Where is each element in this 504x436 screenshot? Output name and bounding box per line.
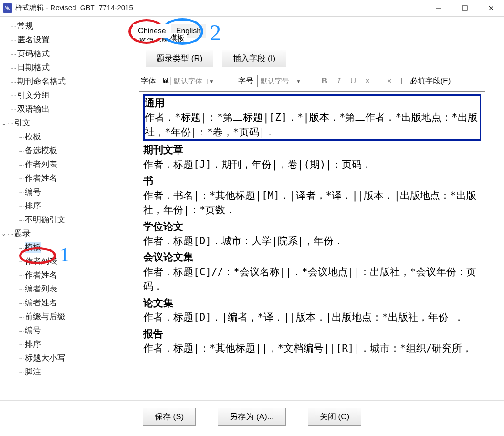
template-body: 作者．标题[C]//：*会议名称||．*会议地点||：出版社，*会议年份：页码．: [143, 265, 481, 294]
bold-button[interactable]: B: [319, 76, 330, 86]
sidebar-item[interactable]: ····排序: [0, 199, 118, 213]
close-button[interactable]: [478, 0, 504, 16]
save-button[interactable]: 保存 (S): [143, 408, 196, 426]
template-body: 作者．标题|：*其他标题||，*文档编号||[R]|．城市：*组织/研究所，年份…: [143, 341, 481, 356]
template-body: 作者．标题[D]．城市：大学|院系|，年份．: [143, 234, 481, 248]
template-title: 书: [143, 174, 481, 188]
remove-button[interactable]: ×: [384, 76, 395, 86]
sidebar-item[interactable]: ····备选模板: [0, 144, 118, 157]
chevron-down-icon: ▼: [294, 79, 303, 84]
font-icon: 凮: [160, 77, 171, 85]
template-body: 作者．书名|：*其他标题|[M]．|译者，*译．||版本．|出版地点：*出版社，…: [143, 188, 481, 218]
template-body: 作者．*标题|：*第二标题|[Z]．*|版本．*第二作者．*出版地点：*出版社，…: [145, 110, 480, 139]
font-label: 字体: [141, 76, 156, 86]
required-field-checkbox[interactable]: 必填字段(E): [401, 76, 451, 86]
sidebar-tree[interactable]: ····常规····匿名设置····页码格式····日期格式····期刊命名格式…: [0, 17, 118, 400]
sidebar-item[interactable]: ····常规: [0, 19, 118, 33]
maximize-button[interactable]: [452, 0, 478, 16]
template-panel: 参考文献模板 题录类型 (R) 插入字段 (I) 字体 凮 默认字体 ▼ 字号 …: [129, 38, 495, 377]
sidebar-item[interactable]: ····编号: [0, 185, 118, 199]
template-block[interactable]: 论文集作者．标题[D]．|编者，*译．||版本．|出版地点：*出版社，年份|．: [143, 296, 481, 325]
sidebar-item[interactable]: ⌄····引文: [0, 116, 118, 130]
sidebar-item[interactable]: ····作者列表: [0, 157, 118, 171]
font-select[interactable]: 凮 默认字体 ▼: [160, 75, 216, 87]
chevron-down-icon: ▼: [207, 79, 216, 84]
sidebar-item[interactable]: ····引文分组: [0, 88, 118, 102]
sidebar-item[interactable]: ····期刊命名格式: [0, 74, 118, 88]
window-title: 样式编辑 - Revised_GBT_7714-2015: [15, 3, 133, 12]
minimize-button[interactable]: [425, 0, 452, 16]
insert-field-button[interactable]: 插入字段 (I): [222, 50, 286, 67]
template-block[interactable]: 学位论文作者．标题[D]．城市：大学|院系|，年份．: [143, 219, 481, 249]
template-block[interactable]: 期刊文章作者．标题[J]．期刊，年份|，卷|(期)|：页码．: [143, 143, 481, 172]
underline-button[interactable]: U: [348, 76, 358, 86]
sidebar-item[interactable]: ····标题大小写: [0, 351, 118, 365]
sidebar-item[interactable]: ····不明确引文: [0, 213, 118, 227]
chevron-down-icon: ⌄: [0, 120, 8, 126]
template-title: 期刊文章: [143, 143, 481, 157]
sidebar-item[interactable]: ····作者姓名: [0, 171, 118, 185]
template-block[interactable]: 会议论文集作者．标题[C]//：*会议名称||．*会议地点||：出版社，*会议年…: [143, 250, 481, 293]
close-dialog-button[interactable]: 关闭 (C): [308, 408, 361, 426]
template-title: 会议论文集: [143, 250, 481, 264]
size-select[interactable]: 默认字号 ▼: [257, 75, 303, 87]
italic-button[interactable]: I: [334, 76, 344, 86]
tab-chinese[interactable]: Chinese: [133, 24, 171, 38]
chevron-down-icon: ⌄: [0, 230, 8, 237]
sidebar-item[interactable]: ····匿名设置: [0, 33, 118, 47]
template-title: 论文集: [143, 296, 481, 310]
template-body: 作者．标题[J]．期刊，年份|，卷|(期)|：页码．: [143, 157, 481, 172]
sidebar-item[interactable]: ····日期格式: [0, 61, 118, 74]
template-title: 报告: [143, 327, 481, 341]
sidebar-item[interactable]: ····编者列表: [0, 282, 118, 296]
template-editor[interactable]: 通用作者．*标题|：*第二标题|[Z]．*|版本．*第二作者．*出版地点：*出版…: [139, 92, 485, 356]
titlebar: Ne 样式编辑 - Revised_GBT_7714-2015: [0, 0, 504, 16]
sidebar-item[interactable]: ····页码格式: [0, 47, 118, 61]
sidebar-item[interactable]: ····双语输出: [0, 102, 118, 116]
app-icon: Ne: [3, 3, 12, 13]
template-body: 作者．标题[D]．|编者，*译．||版本．|出版地点：*出版社，年份|．: [143, 310, 481, 324]
template-block[interactable]: 报告作者．标题|：*其他标题||，*文档编号||[R]|．城市：*组织/研究所，…: [143, 327, 481, 356]
template-block[interactable]: 通用作者．*标题|：*第二标题|[Z]．*|版本．*第二作者．*出版地点：*出版…: [143, 94, 481, 141]
sidebar-item[interactable]: ····排序: [0, 337, 118, 351]
sidebar-item[interactable]: ····作者列表: [0, 254, 118, 268]
save-as-button[interactable]: 另存为 (A)...: [218, 408, 286, 426]
sidebar-item[interactable]: ····前缀与后缀: [0, 310, 118, 323]
sidebar-item[interactable]: ····编者姓名: [0, 296, 118, 310]
svg-rect-1: [462, 6, 467, 10]
template-block[interactable]: 书作者．书名|：*其他标题|[M]．|译者，*译．||版本．|出版地点：*出版社…: [143, 174, 481, 217]
clear-format-button[interactable]: ×: [362, 76, 373, 86]
sidebar-item[interactable]: ····作者姓名: [0, 268, 118, 282]
record-type-button[interactable]: 题录类型 (R): [146, 50, 213, 67]
size-label: 字号: [238, 76, 253, 86]
sidebar-item[interactable]: ····编号: [0, 323, 118, 337]
sidebar-item[interactable]: ····模板: [0, 130, 118, 144]
template-title: 通用: [145, 96, 480, 110]
sidebar-item[interactable]: ····模板: [0, 240, 118, 254]
template-title: 学位论文: [143, 219, 481, 234]
sidebar-item[interactable]: ····脚注: [0, 365, 118, 379]
sidebar-item[interactable]: ⌄····题录: [0, 227, 118, 240]
